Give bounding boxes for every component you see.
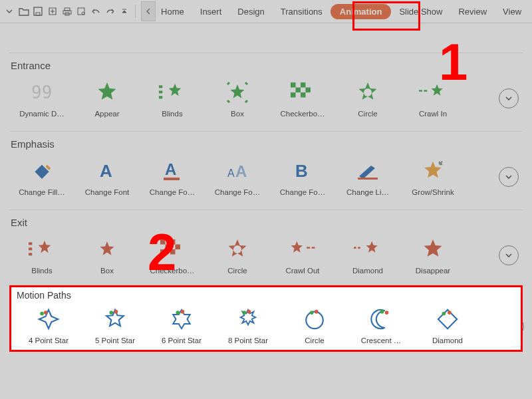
tab-design[interactable]: Design [229,4,272,19]
quick-access-toolbar: Home Insert Design Transitions Animation… [0,0,532,23]
star-blinds-exit-icon [25,236,59,263]
path-5-point-star[interactable]: 5 Point Star [82,302,148,348]
anim-exit-checkerboard[interactable]: Checkerbo… [140,232,205,279]
svg-point-6 [82,12,84,15]
anim-exit-diamond[interactable]: Diamond [335,232,400,279]
svg-point-55 [448,311,452,315]
star-crawlout-icon [286,236,319,263]
save-icon[interactable] [31,4,45,19]
anim-dynamic-digits[interactable]: 99 Dynamic D… [9,75,74,122]
star-box-exit-icon [90,236,124,263]
more-icon[interactable] [118,4,132,19]
svg-rect-9 [159,90,162,93]
svg-rect-10 [159,96,162,98]
tab-view[interactable]: View [495,4,529,19]
svg-point-43 [110,311,114,315]
svg-rect-38 [312,247,315,248]
anim-checkerboard[interactable]: Checkerbo… [270,75,335,122]
star-grow-icon [416,158,450,184]
output-icon[interactable] [46,4,59,19]
anim-disappear[interactable]: Disappear [400,232,466,279]
font-a-grow-icon: AA [221,158,254,184]
star-diamond-exit-icon [351,236,384,263]
svg-rect-19 [424,90,427,91]
font-a-icon: A [90,158,124,184]
path-diamond[interactable]: Diamond [414,302,481,348]
tab-animation[interactable]: Animation [331,4,392,19]
svg-rect-29 [29,253,32,255]
path-crescent[interactable]: Crescent … [348,302,414,348]
anim-change-font-color[interactable]: A Change Fo… [140,154,205,200]
anim-crawl-out[interactable]: Crawl Out [270,232,335,279]
anim-change-fill[interactable]: Change Fill… [9,154,74,200]
redo-icon[interactable] [104,4,117,19]
open-icon[interactable] [17,4,31,19]
svg-point-53 [385,311,389,315]
svg-rect-14 [306,88,311,93]
svg-rect-28 [29,247,32,250]
svg-point-47 [243,311,247,315]
circle-path-icon [298,306,331,332]
expand-exit[interactable] [499,245,519,265]
anim-change-font[interactable]: A Change Font [74,154,140,200]
tab-insert[interactable]: Insert [192,4,230,19]
svg-rect-22 [164,178,180,180]
anim-exit-blinds[interactable]: Blinds [9,232,74,279]
font-a-underline-icon: A [156,158,189,184]
print-icon[interactable] [61,4,74,19]
star-circle-exit-icon [221,236,254,263]
svg-point-44 [114,310,118,314]
svg-point-36 [233,245,241,253]
path-6-point-star[interactable]: 6 Point Star [148,302,215,348]
svg-point-46 [181,310,185,314]
path-4-point-star[interactable]: 4 Point Star [15,302,82,348]
anim-box[interactable]: Box [205,75,270,122]
svg-rect-37 [307,247,310,248]
svg-rect-32 [166,245,171,250]
checker-exit-icon [156,236,189,263]
expand-emphasis[interactable] [499,167,519,187]
fill-icon [25,158,59,184]
svg-rect-18 [419,90,422,91]
svg-point-48 [247,310,251,314]
preview-icon[interactable] [74,4,88,19]
tab-transitions[interactable]: Transitions [273,4,331,19]
anim-exit-circle[interactable]: Circle [205,232,270,279]
tab-home[interactable]: Home [153,4,192,19]
anim-change-line[interactable]: Change Li… [335,154,400,200]
svg-rect-26 [358,178,378,180]
path-circle[interactable]: Circle [281,302,348,348]
tab-slide-show[interactable]: Slide Show [391,4,450,19]
path-8-point-star[interactable]: 8 Point Star [215,302,281,348]
font-b-icon: B [286,158,319,184]
section-entrance: Entrance 99 Dynamic D… Appear Blinds Box [9,53,523,122]
tab-review[interactable]: Review [450,4,495,19]
svg-rect-15 [291,92,296,98]
checker-icon [286,79,319,106]
svg-rect-13 [296,88,301,93]
star8-path-icon [231,306,265,332]
anim-grow-shrink[interactable]: Grow/Shrink [400,154,466,200]
anim-crawl-in[interactable]: Crawl In [400,75,466,122]
anim-appear[interactable]: Appear [74,75,140,122]
diamond-path-icon [431,306,464,332]
svg-point-52 [380,310,384,314]
dropdown-icon[interactable] [3,4,16,19]
anim-exit-box[interactable]: Box [74,232,140,279]
svg-rect-34 [160,249,166,255]
svg-rect-27 [29,242,32,245]
svg-text:A: A [100,161,112,181]
anim-blinds[interactable]: Blinds [140,75,205,122]
undo-icon[interactable] [89,4,102,19]
svg-rect-12 [301,82,306,88]
svg-point-41 [40,312,44,316]
anim-change-font-style[interactable]: B Change Fo… [270,154,335,200]
svg-point-54 [442,312,446,316]
svg-rect-40 [358,247,360,248]
anim-change-font-size[interactable]: AA Change Fo… [205,154,270,200]
anim-circle[interactable]: Circle [335,75,400,122]
svg-text:A: A [235,162,247,180]
expand-entrance[interactable] [499,88,519,108]
svg-point-50 [310,311,314,315]
star-blinds-icon [156,79,189,106]
